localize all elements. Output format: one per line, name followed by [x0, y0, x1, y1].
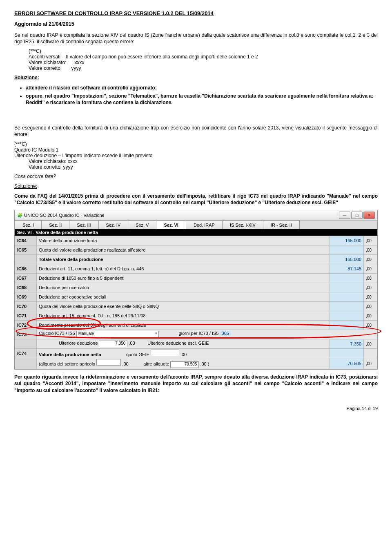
ic74-label: Valore della produzione netta quota GEIE… — [37, 349, 330, 358]
calc-label: Calcolo IC73 / IS5 — [39, 331, 75, 336]
empty — [15, 339, 37, 349]
row-value[interactable] — [330, 321, 364, 330]
error-tag: (***C) — [14, 141, 378, 147]
dec: ,00 — [364, 358, 377, 369]
ult-ded-input[interactable]: 7.350 — [99, 341, 127, 347]
table-row-ic74b: (aliquota del settore agricolo ,00 altre… — [15, 358, 377, 369]
ult-ded-label: Ulteriore deduzione — [59, 341, 98, 346]
row-dec: ,00 — [364, 292, 377, 302]
tab-sezv[interactable]: Sez. V — [128, 221, 156, 229]
row-code: IC64 — [15, 236, 37, 245]
page-footer: Pagina 14 di 19 — [14, 406, 378, 411]
document-title: ERRORI SOFTWARE DI CONTROLLO IRAP SC VER… — [14, 10, 378, 16]
minimize-button[interactable]: — — [339, 212, 350, 219]
row-label: Rendimento presunto del 3% degli aumenti… — [37, 321, 330, 330]
list-item: oppure, nel quadro "Impostazioni", sezio… — [26, 93, 378, 106]
window-title: UNICO SC-2014 Quadro IC - Variazione — [24, 213, 105, 218]
app-icon: 🧩 — [17, 213, 23, 218]
final-paragraph: Per quanto riguarda invece la ridetermin… — [14, 374, 378, 394]
tab-sezii[interactable]: Sez. II — [41, 221, 69, 229]
row-code: IC65 — [15, 245, 37, 255]
error-block-1: (***C) Acconti versati – Il valore del c… — [29, 48, 378, 71]
error-line: Ulteriore deduzione – L'importo indicato… — [14, 153, 378, 158]
valore-dichiarato-label: Valore dichiarato: — [29, 60, 67, 65]
row-value[interactable] — [330, 283, 364, 292]
row-code: IC71 — [15, 311, 37, 321]
row-label: Valore della produzione lorda — [37, 236, 330, 245]
altre-aliq-input[interactable]: 70.505 — [170, 361, 199, 368]
row-value[interactable] — [330, 311, 364, 321]
row-code — [15, 255, 37, 264]
row-code: IC72 — [15, 321, 37, 330]
table-row: IC66Deduzioni art. 11, comma 1, lett. a)… — [15, 264, 377, 274]
row-value[interactable]: 87.145 — [330, 264, 364, 274]
quota-geie-input[interactable] — [151, 350, 179, 356]
row-code: IC74 — [15, 349, 37, 358]
valore-dichiarato: Valore dichiarato: xxxx — [29, 158, 378, 164]
table-row-ic74a: IC74Valore della produzione netta quota … — [15, 349, 377, 358]
tab-dedirap[interactable]: Ded. IRAP — [186, 221, 223, 229]
row-value[interactable] — [330, 302, 364, 311]
error-line: Quadro IC Modulo 1 — [14, 147, 378, 153]
row-dec: ,00 — [364, 274, 377, 283]
tab-seziii[interactable]: Sez. III — [69, 221, 98, 229]
app-window: 🧩 UNICO SC-2014 Quadro IC - Variazione —… — [14, 210, 378, 370]
row-dec: ,00 — [364, 302, 377, 311]
row-value[interactable]: 165.000 — [330, 236, 364, 245]
row-code: IC67 — [15, 274, 37, 283]
valore-corretto-value: yyyy — [71, 65, 81, 71]
tab-issezi-xiv[interactable]: IS Sez. I-XIV — [222, 221, 263, 229]
row-value[interactable] — [330, 245, 364, 255]
row-dec: ,00 — [364, 236, 377, 245]
empty — [330, 349, 364, 358]
row-dec: ,00 — [364, 255, 377, 264]
aliq-agr-label: (aliquota del settore agricolo — [39, 361, 95, 366]
row-value[interactable] — [330, 274, 364, 283]
tab-seziv[interactable]: Sez. IV — [98, 221, 128, 229]
row-value[interactable]: 165.000 — [330, 255, 364, 264]
row-code: IC68 — [15, 283, 37, 292]
window-titlebar: 🧩 UNICO SC-2014 Quadro IC - Variazione —… — [15, 210, 377, 221]
soluzione-heading-1: Soluzione: — [14, 74, 378, 81]
dec: ,00 — [121, 361, 128, 366]
empty — [15, 358, 37, 369]
error-block-2: (***C) Quadro IC Modulo 1 Ulteriore dedu… — [14, 141, 378, 170]
ic73-ded-row: Ulteriore deduzione 7.350 ,00 Ulteriore … — [37, 339, 330, 349]
row-code: IC66 — [15, 264, 37, 274]
row-label: Totale valore della produzione — [37, 255, 330, 264]
dec: ,00 — [364, 339, 377, 349]
table-row: Totale valore della produzione165.000,00 — [15, 255, 377, 264]
row-code: IC70 — [15, 302, 37, 311]
valore-corretto-label: Valore corretto: — [29, 65, 62, 71]
close-button[interactable]: ✕ — [363, 212, 375, 219]
aliq-agr-input[interactable] — [96, 359, 121, 366]
giorni-value[interactable]: 365 — [220, 331, 231, 336]
table-row: IC70Quota del valore della produzione es… — [15, 302, 377, 311]
intro-paragraph-1: Se nel quadro IRAP è compilata la sezion… — [14, 32, 378, 45]
section-header: Sez. VI - Valore della produzione netta — [15, 229, 377, 236]
dec: ,00 ) — [199, 361, 209, 366]
table-row: IC65Quota del valore della produzione re… — [15, 245, 377, 255]
intro-paragraph-2: Se eseguendo il controllo della fornitur… — [14, 125, 378, 138]
ult-ded-escl-value[interactable]: 7.350 — [330, 339, 364, 349]
row-dec: ,00 — [364, 283, 377, 292]
table-row-ic73b: Ulteriore deduzione 7.350 ,00 Ulteriore … — [15, 339, 377, 349]
maximize-button[interactable]: ▢ — [351, 212, 363, 219]
row-value[interactable] — [330, 292, 364, 302]
quota-geie-label: quota GEIE — [126, 352, 149, 357]
soluzione-list-1: attendere il rilascio del software di co… — [26, 85, 378, 106]
row-label: Quota del valore della produzione realiz… — [37, 245, 330, 255]
tab-sezi[interactable]: Sez. I — [15, 221, 42, 229]
final-value[interactable]: 70.505 — [330, 358, 364, 369]
tab-ir-sezii[interactable]: IR - Sez. II — [263, 221, 300, 229]
tab-bar: Sez. ISez. IISez. IIISez. IVSez. VSez. V… — [15, 221, 377, 229]
row-label: Deduzioni art. 11, comma 1, lett. a) del… — [37, 264, 330, 274]
cosa-occorre-fare: Cosa occorre fare? — [14, 173, 378, 180]
ic73-calc-row: Calcolo IC73 / IS5 Manuale giorni per IC… — [37, 330, 377, 339]
tab-sezvi[interactable]: Sez. VI — [156, 221, 186, 229]
calc-select[interactable]: Manuale — [76, 331, 159, 338]
row-dec: ,00 — [364, 264, 377, 274]
dec: ,00 — [127, 341, 135, 346]
table-row: IC67Deduzione di 1850 euro fino a 5 dipe… — [15, 274, 377, 283]
list-item: attendere il rilascio del software di co… — [26, 85, 378, 91]
